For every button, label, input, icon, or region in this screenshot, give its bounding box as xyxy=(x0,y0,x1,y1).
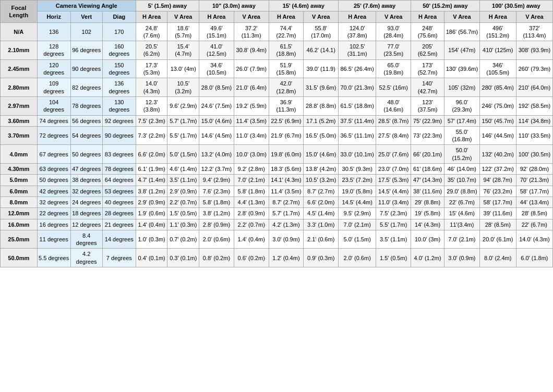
d50-h-cell: 4.0' (1.2m) xyxy=(411,249,444,267)
d25-h-cell: 124.0' (37.8m) xyxy=(339,22,376,41)
d10-v-cell: 0.6' (0.2m) xyxy=(234,249,269,267)
d10-v-cell: 11.0' (3.4m) xyxy=(234,126,269,145)
d10-v-cell: 1.4' (0.4m) xyxy=(234,230,269,249)
focal-cell: 4.30mm xyxy=(1,164,38,175)
d10-h-header: H Area xyxy=(199,11,234,22)
d50-v-cell: 96.0' (29.3m) xyxy=(444,96,480,115)
vert-cell: 96 degrees xyxy=(70,41,102,60)
d5-h-cell: 12.3' (3.8m) xyxy=(136,96,167,115)
d10-h-cell: 3.8' (1.2m) xyxy=(199,208,234,219)
vert-cell: 54 degrees xyxy=(70,126,102,145)
focal-cell: 2.80mm xyxy=(1,78,38,97)
d5-h-cell: 24.8' (7.6m) xyxy=(136,22,167,41)
d5-h-cell: 1.0' (0.3m) xyxy=(136,230,167,249)
d50-h-cell: 75' (22.9m) xyxy=(411,115,444,126)
d50-v-cell: 186' (56.7m) xyxy=(444,22,480,41)
d100-h-header: H Area xyxy=(479,11,516,22)
d25-h-cell: 102.5' (31.1m) xyxy=(339,41,376,60)
d100-h-cell: 280' (85.4m) xyxy=(479,78,516,97)
d10-h-cell: 0.8' (0.2m) xyxy=(199,249,234,267)
d100-h-cell: 8.0' (2.4m) xyxy=(479,249,516,267)
d25-h-cell: 2.0' (0.6m) xyxy=(339,249,376,267)
d5-v-cell: 3.5' (1.1m) xyxy=(167,175,199,186)
horiz-cell: 22 degrees xyxy=(37,208,70,219)
d25-h-cell: 37.5' (11.4m) xyxy=(339,115,376,126)
focal-cell: 25.0mm xyxy=(1,230,38,249)
d10-h-cell: 5.8' (1.8m) xyxy=(199,197,234,207)
d5-h-cell: 14.0' (4.3m) xyxy=(136,78,167,97)
d5-v-cell: 5.0' (1.5m) xyxy=(167,145,199,164)
dist-10-header: 10" (3.0m) away xyxy=(199,1,269,11)
d5-h-cell: 4.7' (1.4m) xyxy=(136,175,167,186)
d25-h-cell: 23.5' (7.2m) xyxy=(339,175,376,186)
d50-v-cell: 105' (32m) xyxy=(444,78,480,97)
focal-cell: 4.0mm xyxy=(1,145,38,164)
d100-h-cell: 150' (45.7m) xyxy=(479,115,516,126)
d5-h-cell: 2.9' (0.9m) xyxy=(136,197,167,207)
d50-v-header: V Area xyxy=(444,11,480,22)
d10-v-cell: 21.0' (6.4m) xyxy=(234,78,269,97)
d25-v-cell: 27.5' (8.4m) xyxy=(376,126,411,145)
d10-v-cell: 11.4' (3.5m) xyxy=(234,115,269,126)
d50-v-cell: 3.0' (0.9m) xyxy=(444,249,480,267)
diag-header: Diag xyxy=(102,11,136,22)
d15-h-cell: 61.5' (18.8m) xyxy=(269,41,304,60)
horiz-cell: 136 xyxy=(37,22,70,41)
diag-cell: 136 degrees xyxy=(102,78,136,97)
d5-v-cell: 1.5' (0.5m) xyxy=(167,208,199,219)
d10-h-cell: 24.6' (7.5m) xyxy=(199,96,234,115)
d10-h-cell: 14.6' (4.5m) xyxy=(199,126,234,145)
d50-v-cell: 35' (10.7m) xyxy=(444,175,480,186)
d10-h-cell: 41.0' (12.5m) xyxy=(199,41,234,60)
d10-v-cell: 7.0' (2.1m) xyxy=(234,175,269,186)
d50-h-cell: 123' (37.5m) xyxy=(411,96,444,115)
d10-h-cell: 13.2' (4.0m) xyxy=(199,145,234,164)
d25-v-cell: 23.0' (7.0m) xyxy=(376,164,411,175)
focal-cell: 50.0mm xyxy=(1,249,38,267)
dist-25-header: 25' (7.6m) away xyxy=(339,1,411,11)
horiz-header: Horiz xyxy=(37,11,70,22)
d5-h-cell: 0.4' (0.1m) xyxy=(136,249,167,267)
horiz-cell: 72 degrees xyxy=(37,126,70,145)
vert-cell: 50 degrees xyxy=(70,145,102,164)
d100-v-cell: 192' (58.5m) xyxy=(516,96,552,115)
d100-h-cell: 122' (37.2m) xyxy=(479,164,516,175)
d50-v-cell: 29.0' (8.8m) xyxy=(444,186,480,197)
d15-v-cell: 4.5' (1.4m) xyxy=(304,208,339,219)
d10-h-cell: 12.2' (3.7m) xyxy=(199,164,234,175)
d100-h-cell: 146' (44.5m) xyxy=(479,126,516,145)
d15-v-cell: 55.8' (17.0m) xyxy=(304,22,339,41)
focal-cell: 16.0mm xyxy=(1,219,38,230)
d15-v-cell: 2.1' (0.6m) xyxy=(304,230,339,249)
d5-v-cell: 5.5' (1.7m) xyxy=(167,126,199,145)
d15-v-cell: 39.0' (11.9) xyxy=(304,59,339,78)
d10-v-cell: 30.8' (9.4m) xyxy=(234,41,269,60)
focal-cell: 2.10mm xyxy=(1,41,38,60)
d100-v-cell: 100' (30.5m) xyxy=(516,145,552,164)
d25-v-cell: 28.5' (8.7m) xyxy=(376,115,411,126)
d100-h-cell: 39' (11.6m) xyxy=(479,208,516,219)
d15-h-cell: 5.7' (1.7m) xyxy=(269,208,304,219)
diag-cell: 83 degrees xyxy=(102,145,136,164)
d50-h-cell: 173' (52.7m) xyxy=(411,59,444,78)
d15-v-header: V Area xyxy=(304,11,339,22)
diag-cell: 14 degrees xyxy=(102,230,136,249)
camera-viewing-angle-header: Camera Viewing Angle xyxy=(37,1,136,11)
d100-h-cell: 20.0' (6.1m) xyxy=(479,230,516,249)
d25-h-cell: 36.5' (11.1m) xyxy=(339,126,376,145)
d25-v-cell: 7.5' (2.3m) xyxy=(376,208,411,219)
focal-cell: 2.45mm xyxy=(1,59,38,78)
d50-v-cell: 7.0' (2.1m) xyxy=(444,230,480,249)
d5-h-cell: 20.5' (6.2m) xyxy=(136,41,167,60)
d5-h-cell: 3.8' (1.2m) xyxy=(136,186,167,197)
d50-v-cell: 154' (47m) xyxy=(444,41,480,60)
d100-h-cell: 410' (125m) xyxy=(479,41,516,60)
d25-v-cell: 14.5' (4.4m) xyxy=(376,186,411,197)
d25-h-cell: 61.5' (18.8m) xyxy=(339,96,376,115)
d25-h-cell: 70.0' (21.3m) xyxy=(339,78,376,97)
d50-v-cell: 50.0' (15.2m) xyxy=(444,145,480,164)
diag-cell: 78 degrees xyxy=(102,164,136,175)
vert-cell: 8.4 degrees xyxy=(70,230,102,249)
horiz-cell: 104 degrees xyxy=(37,96,70,115)
diag-cell: 92 degrees xyxy=(102,115,136,126)
